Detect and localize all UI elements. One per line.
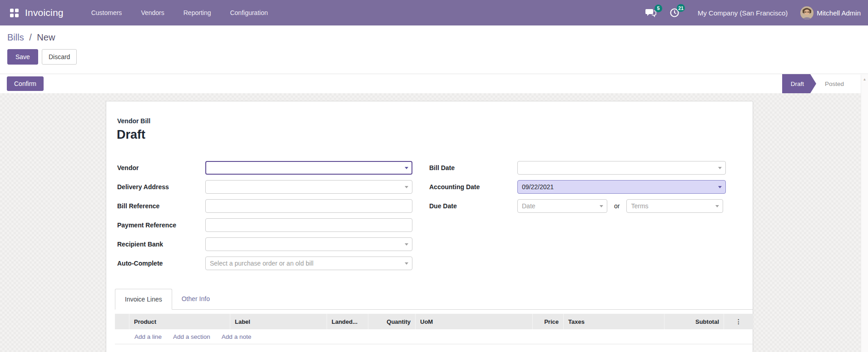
due-date-controls: or xyxy=(517,199,726,213)
due-date-caret-down-icon[interactable] xyxy=(600,205,603,207)
accounting-date-input[interactable] xyxy=(517,180,726,194)
due-date-or-label: or xyxy=(614,202,620,210)
bill-reference-input[interactable] xyxy=(205,199,412,213)
vertical-scrollbar[interactable]: ▲ xyxy=(861,75,868,352)
discard-button[interactable]: Discard xyxy=(42,49,77,65)
user-menu[interactable]: Mitchell Admin xyxy=(800,6,861,20)
main-menu: Customers Vendors Reporting Configuratio… xyxy=(82,0,278,25)
delivery-address-input[interactable] xyxy=(205,180,412,194)
confirm-button[interactable]: Confirm xyxy=(7,76,44,91)
payment-terms-caret-down-icon[interactable] xyxy=(715,205,719,207)
apps-grid-icon[interactable] xyxy=(10,9,19,17)
column-uom[interactable]: UoM xyxy=(416,314,533,329)
delivery-address-label: Delivery Address xyxy=(117,183,205,191)
vendor-caret-down-icon[interactable] xyxy=(405,167,408,169)
breadcrumb-bills-link[interactable]: Bills xyxy=(7,32,24,42)
bill-reference-control xyxy=(205,199,412,213)
handle-column-header xyxy=(115,314,129,329)
field-auto-complete: Auto-Complete xyxy=(117,256,412,270)
due-date-label: Due Date xyxy=(429,202,517,210)
messages-button[interactable]: 5 xyxy=(645,8,657,18)
add-a-note-link[interactable]: Add a note xyxy=(222,333,251,340)
invoice-lines-header: Product Label Landed... Quantity UoM Pri… xyxy=(115,314,753,329)
auto-complete-caret-down-icon[interactable] xyxy=(405,262,408,265)
table-actions-row: Add a line Add a section Add a note xyxy=(115,329,753,344)
field-bill-reference: Bill Reference xyxy=(117,199,412,213)
payment-terms-input[interactable] xyxy=(626,199,723,213)
breadcrumb-current: New xyxy=(37,32,55,42)
nav-right: 5 21 My Company (San Francisco) Mitchell… xyxy=(639,6,861,20)
field-delivery-address: Delivery Address xyxy=(117,180,412,194)
fields-right-column: Bill Date Accounting Date Due Date xyxy=(429,161,726,276)
top-nav: Invoicing Customers Vendors Reporting Co… xyxy=(0,0,868,25)
auto-complete-label: Auto-Complete xyxy=(117,260,205,267)
app-name[interactable]: Invoicing xyxy=(25,7,64,18)
company-switcher[interactable]: My Company (San Francisco) xyxy=(698,9,788,17)
recipient-bank-input[interactable] xyxy=(205,237,412,251)
form-fields: Vendor Delivery Address Bill Reference xyxy=(117,161,753,276)
status-step-draft[interactable]: Draft xyxy=(782,74,816,93)
control-panel: Bills / New Save Discard xyxy=(0,25,868,74)
notebook-tabs: Invoice Lines Other Info xyxy=(115,289,753,310)
vendor-label: Vendor xyxy=(117,164,205,171)
bill-date-label: Bill Date xyxy=(429,164,517,171)
field-payment-reference: Payment Reference xyxy=(117,218,412,232)
add-a-section-link[interactable]: Add a section xyxy=(173,333,210,340)
bill-reference-label: Bill Reference xyxy=(117,202,205,210)
invoice-lines-table: Product Label Landed... Quantity UoM Pri… xyxy=(115,314,753,344)
vendor-bill-sheet: Vendor Bill Draft Vendor Delivery Addres… xyxy=(106,101,753,352)
optional-columns-icon[interactable]: ⋮ xyxy=(735,318,742,325)
user-name: Mitchell Admin xyxy=(817,9,861,17)
column-price[interactable]: Price xyxy=(533,314,564,329)
menu-customers[interactable]: Customers xyxy=(82,0,132,25)
add-a-line-link[interactable]: Add a line xyxy=(134,333,162,340)
status-row: Confirm Draft Posted xyxy=(0,74,868,93)
field-accounting-date: Accounting Date xyxy=(429,180,726,194)
activities-button[interactable]: 21 xyxy=(670,8,680,18)
statusbar: Draft Posted xyxy=(782,74,853,93)
column-landed-costs[interactable]: Landed... xyxy=(327,314,368,329)
field-bill-date: Bill Date xyxy=(429,161,726,175)
payment-reference-control xyxy=(205,218,412,232)
due-date-date-control xyxy=(517,199,607,213)
accounting-date-caret-down-icon[interactable] xyxy=(718,186,722,188)
menu-configuration[interactable]: Configuration xyxy=(220,0,277,25)
column-label[interactable]: Label xyxy=(230,314,327,329)
bill-date-input[interactable] xyxy=(517,161,726,175)
avatar xyxy=(800,6,813,20)
document-type-label: Vendor Bill xyxy=(117,117,753,125)
tab-invoice-lines[interactable]: Invoice Lines xyxy=(115,289,172,310)
control-panel-buttons: Save Discard xyxy=(7,49,861,65)
payment-reference-input[interactable] xyxy=(205,218,412,232)
document-title: Draft xyxy=(117,128,753,142)
field-vendor: Vendor xyxy=(117,161,412,175)
delivery-address-control xyxy=(205,180,412,194)
recipient-bank-caret-down-icon[interactable] xyxy=(405,243,408,246)
field-recipient-bank: Recipient Bank xyxy=(117,237,412,251)
vendor-input[interactable] xyxy=(205,161,412,175)
bill-date-control xyxy=(517,161,726,175)
auto-complete-control xyxy=(205,256,412,270)
payment-terms-control xyxy=(626,199,723,213)
scroll-up-icon[interactable]: ▲ xyxy=(861,75,868,81)
status-step-posted[interactable]: Posted xyxy=(816,74,853,93)
bill-date-caret-down-icon[interactable] xyxy=(718,167,722,169)
column-taxes[interactable]: Taxes xyxy=(564,314,665,329)
messages-count-badge: 5 xyxy=(655,5,662,12)
save-button[interactable]: Save xyxy=(7,49,38,65)
delivery-address-caret-down-icon[interactable] xyxy=(405,186,408,188)
accounting-date-control xyxy=(517,180,726,194)
fields-left-column: Vendor Delivery Address Bill Reference xyxy=(117,161,412,276)
menu-reporting[interactable]: Reporting xyxy=(174,0,221,25)
recipient-bank-label: Recipient Bank xyxy=(117,241,205,248)
menu-vendors[interactable]: Vendors xyxy=(131,0,174,25)
tab-other-info[interactable]: Other Info xyxy=(172,289,219,309)
column-subtotal[interactable]: Subtotal xyxy=(665,314,724,329)
column-product[interactable]: Product xyxy=(129,314,230,329)
auto-complete-input[interactable] xyxy=(205,256,412,270)
breadcrumb-separator: / xyxy=(29,32,32,42)
due-date-date-input[interactable] xyxy=(517,199,607,213)
breadcrumb: Bills / New xyxy=(7,32,861,43)
column-quantity[interactable]: Quantity xyxy=(368,314,416,329)
payment-reference-label: Payment Reference xyxy=(117,221,205,229)
